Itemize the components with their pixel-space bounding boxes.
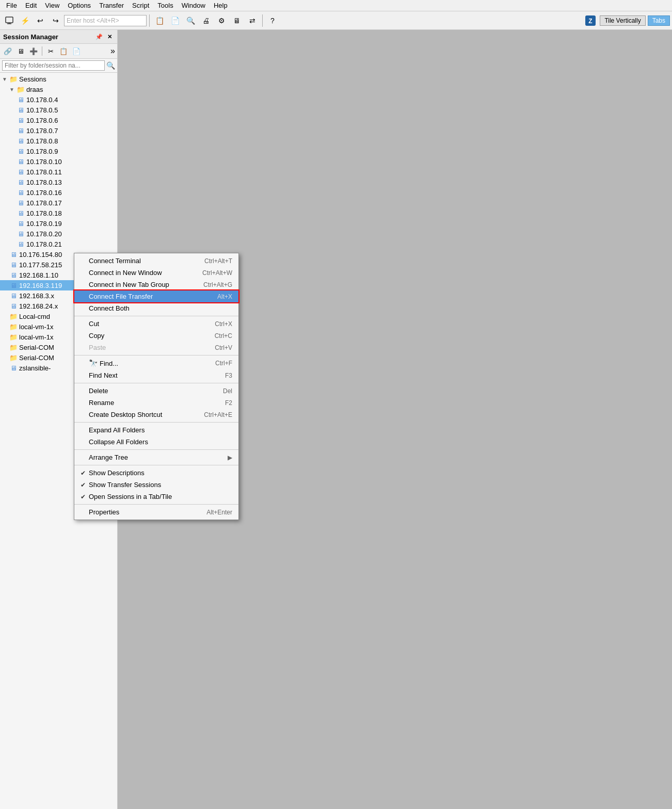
search-icon[interactable]: 🔍 — [106, 61, 115, 70]
list-item[interactable]: 🖥10.178.0.5 — [0, 105, 117, 115]
ctx-sep-4 — [74, 422, 238, 423]
panel-add-btn[interactable]: ➕ — [28, 45, 39, 57]
search-input[interactable] — [2, 60, 105, 71]
list-item[interactable]: 🖥10.178.0.21 — [0, 239, 117, 249]
toolbar-help[interactable]: ? — [265, 13, 280, 28]
session-icon: 🖥 — [17, 95, 25, 104]
list-item[interactable]: 🖥10.178.0.16 — [0, 187, 117, 198]
ctx-connect-file-transfer[interactable]: Connect File Transfer Alt+X — [74, 290, 238, 302]
ctx-collapse-all-folders[interactable]: Collapse All Folders — [74, 436, 238, 448]
toolbar-address-bar[interactable]: Enter host <Alt+R> — [64, 15, 147, 26]
address-placeholder: Enter host <Alt+R> — [67, 17, 119, 24]
folder-icon: 📁 — [9, 343, 18, 351]
panel-copy-btn[interactable]: 📋 — [58, 45, 69, 57]
toolbar-paste[interactable]: 📄 — [168, 13, 182, 28]
session-icon: 🖥 — [17, 230, 25, 238]
list-item[interactable]: 🖥10.178.0.8 — [0, 136, 117, 146]
toolbar-forward[interactable]: ↪ — [49, 13, 63, 28]
toolbar-find[interactable]: 🔍 — [183, 13, 198, 28]
list-item[interactable]: 🖥10.178.0.18 — [0, 208, 117, 218]
ctx-connect-terminal[interactable]: Connect Terminal Ctrl+Alt+T — [74, 255, 238, 267]
menu-tools[interactable]: Tools — [153, 1, 177, 10]
toolbar-print[interactable]: 🖨 — [199, 13, 213, 28]
tile-vertically-button[interactable]: Tile Vertically — [600, 15, 645, 26]
list-item[interactable]: 🖥10.178.0.13 — [0, 177, 117, 187]
toolbar-back[interactable]: ↩ — [33, 13, 47, 28]
toolbar-copy[interactable]: 📋 — [152, 13, 167, 28]
ctx-arrange-tree[interactable]: Arrange Tree ▶ — [74, 451, 238, 463]
panel-toolbar-sep — [42, 46, 42, 56]
ctx-sep-5 — [74, 449, 238, 450]
sessions-arrow: ▼ — [2, 76, 9, 82]
list-item[interactable]: 🖥10.178.0.9 — [0, 146, 117, 156]
menu-script[interactable]: Script — [128, 1, 153, 10]
menu-help[interactable]: Help — [210, 1, 232, 10]
session-icon: 🖥 — [17, 147, 25, 155]
menu-edit[interactable]: Edit — [21, 1, 41, 10]
list-item[interactable]: 🖥10.178.0.11 — [0, 167, 117, 177]
menu-window[interactable]: Window — [178, 1, 210, 10]
toolbar: ⚡ ↩ ↪ Enter host <Alt+R> 📋 📄 🔍 🖨 ⚙ 🖥 ⇄ ?… — [0, 11, 672, 30]
session-icon: 🖥 — [9, 250, 18, 258]
panel-header-controls: 📌 ✕ — [94, 32, 114, 41]
panel-header-left: Session Manager — [3, 33, 58, 41]
panel-toolbar: 🔗 🖥 ➕ ✂ 📋 📄 » — [0, 44, 117, 59]
ctx-connect-new-tab-group[interactable]: Connect in New Tab Group Ctrl+Alt+G — [74, 279, 238, 290]
ctx-delete[interactable]: Delete Del — [74, 385, 238, 397]
toolbar-transfer[interactable]: ⇄ — [245, 13, 260, 28]
session-icon: 🖥 — [17, 209, 25, 217]
ctx-connect-both[interactable]: Connect Both — [74, 302, 238, 314]
list-item[interactable]: 🖥10.178.0.17 — [0, 198, 117, 208]
ctx-open-sessions-tab-tile[interactable]: ✔ Open Sessions in a Tab/Tile — [74, 491, 238, 503]
list-item[interactable]: 🖥10.178.0.7 — [0, 125, 117, 136]
panel-connect-btn[interactable]: 🔗 — [2, 45, 13, 57]
session-icon: 🖥 — [17, 188, 25, 197]
panel-more-btn[interactable]: » — [110, 46, 115, 56]
list-item[interactable]: 🖥10.178.0.6 — [0, 115, 117, 125]
toolbar-new-session[interactable] — [2, 13, 17, 28]
session-icon: 🖥 — [17, 137, 25, 145]
session-icon: 🖥 — [9, 261, 18, 269]
ctx-paste: Paste Ctrl+V — [74, 342, 238, 353]
session-icon: 🖥 — [17, 168, 25, 176]
ctx-copy[interactable]: Copy Ctrl+C — [74, 330, 238, 342]
toolbar-connect[interactable]: ⚡ — [18, 13, 32, 28]
list-item[interactable]: 🖥10.178.0.20 — [0, 229, 117, 239]
ctx-cut[interactable]: Cut Ctrl+X — [74, 318, 238, 330]
ctx-rename[interactable]: Rename F2 — [74, 397, 238, 409]
session-icon: 🖥 — [9, 292, 18, 300]
ctx-expand-all-folders[interactable]: Expand All Folders — [74, 424, 238, 436]
ctx-find-next[interactable]: Find Next F3 — [74, 369, 238, 381]
panel-session-btn[interactable]: 🖥 — [15, 45, 26, 57]
ctx-connect-new-window[interactable]: Connect in New Window Ctrl+Alt+W — [74, 267, 238, 279]
svg-rect-0 — [6, 17, 13, 23]
ctx-properties[interactable]: Properties Alt+Enter — [74, 506, 238, 518]
panel-pin-button[interactable]: 📌 — [94, 32, 104, 41]
panel-cut-btn[interactable]: ✂ — [45, 45, 56, 57]
session-icon: 🖥 — [17, 219, 25, 228]
ctx-create-desktop-shortcut[interactable]: Create Desktop Shortcut Ctrl+Alt+E — [74, 409, 238, 420]
menu-view[interactable]: View — [41, 1, 63, 10]
draas-label: draas — [26, 86, 43, 93]
menu-file[interactable]: File — [2, 1, 21, 10]
session-icon: 🖥 — [17, 178, 25, 186]
ctx-show-descriptions[interactable]: ✔ Show Descriptions — [74, 467, 238, 479]
ctx-find[interactable]: 🔭 Find... Ctrl+F — [74, 357, 238, 369]
list-item[interactable]: 🖥10.178.0.19 — [0, 218, 117, 229]
panel-paste-btn[interactable]: 📄 — [71, 45, 82, 57]
toolbar-settings[interactable]: ⚙ — [214, 13, 229, 28]
list-item[interactable]: 🖥10.178.0.4 — [0, 94, 117, 105]
menu-options[interactable]: Options — [63, 1, 95, 10]
tabs-button[interactable]: Tabs — [648, 15, 670, 26]
ctx-show-transfer-sessions[interactable]: ✔ Show Transfer Sessions — [74, 479, 238, 491]
toolbar-quick-connect[interactable]: 🖥 — [230, 13, 244, 28]
panel-search-bar: 🔍 — [0, 59, 117, 73]
menu-transfer[interactable]: Transfer — [95, 1, 128, 10]
tree-draas-folder[interactable]: ▼ 📁 draas — [0, 84, 117, 94]
list-item[interactable]: 🖥10.178.0.10 — [0, 156, 117, 167]
ctx-sep-7 — [74, 504, 238, 505]
ctx-sep-6 — [74, 465, 238, 465]
folder-icon: 📁 — [9, 333, 18, 341]
panel-close-button[interactable]: ✕ — [105, 32, 114, 41]
tree-sessions-root[interactable]: ▼ 📁 Sessions — [0, 74, 117, 84]
